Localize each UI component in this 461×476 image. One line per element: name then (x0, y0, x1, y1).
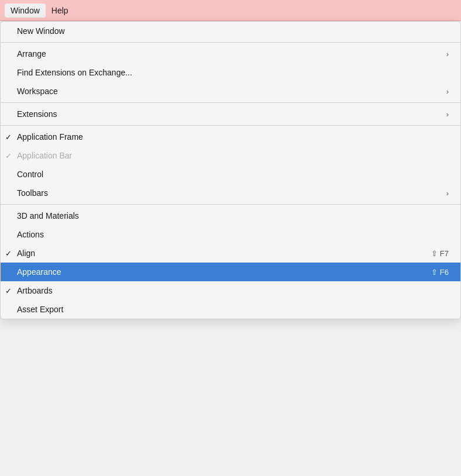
menu-item-label: Appearance (17, 267, 61, 277)
menu-item-control[interactable]: Control (1, 165, 460, 184)
menu-bar-help[interactable]: Help (46, 4, 74, 18)
menu-item-label: Application Frame (17, 132, 83, 142)
menu-item-label: Control (17, 170, 43, 179)
menu-item-label: Artboards (17, 286, 53, 295)
window-dropdown-menu: New WindowArrange›Find Extensions on Exc… (0, 21, 461, 319)
checkmark-icon: ✓ (5, 287, 12, 295)
menu-item-3d-materials[interactable]: 3D and Materials (1, 206, 460, 225)
menu-divider (1, 102, 460, 103)
menu-item-label: Arrange (17, 49, 46, 58)
keyboard-shortcut: ⇧ F7 (431, 249, 449, 258)
menu-item-artboards[interactable]: ✓Artboards (1, 281, 460, 300)
menu-bar-window[interactable]: Window (5, 4, 46, 18)
menu-item-label: Find Extensions on Exchange... (17, 68, 132, 77)
submenu-arrow-icon: › (446, 87, 449, 96)
menu-item-new-window[interactable]: New Window (1, 22, 460, 40)
menu-item-label: Application Bar (17, 151, 72, 160)
menu-divider (1, 204, 460, 205)
menu-item-label: Extensions (17, 109, 57, 119)
keyboard-shortcut: ⇧ F6 (431, 268, 449, 277)
menu-item-extensions[interactable]: Extensions› (1, 105, 460, 123)
menu-divider (1, 125, 460, 126)
menu-item-label: Align (17, 249, 35, 258)
menu-item-label: Asset Export (17, 305, 63, 314)
menu-item-find-extensions[interactable]: Find Extensions on Exchange... (1, 63, 460, 82)
checkmark-icon: ✓ (5, 151, 12, 160)
menu-item-label: Actions (17, 230, 44, 239)
checkmark-icon: ✓ (5, 133, 12, 142)
menu-bar: Window Help (0, 0, 461, 21)
menu-item-toolbars[interactable]: Toolbars› (1, 184, 460, 202)
menu-item-appearance[interactable]: Appearance⇧ F6 (1, 263, 460, 281)
menu-item-workspace[interactable]: Workspace› (1, 82, 460, 101)
menu-item-application-frame[interactable]: ✓Application Frame (1, 127, 460, 146)
menu-item-arrange[interactable]: Arrange› (1, 44, 460, 63)
menu-item-actions[interactable]: Actions (1, 225, 460, 244)
menu-item-application-bar: ✓Application Bar (1, 146, 460, 165)
submenu-arrow-icon: › (446, 50, 449, 58)
submenu-arrow-icon: › (446, 189, 449, 198)
menu-item-asset-export[interactable]: Asset Export (1, 300, 460, 319)
menu-item-label: Workspace (17, 87, 58, 96)
menu-item-label: Toolbars (17, 188, 48, 198)
menu-divider (1, 42, 460, 43)
menu-item-label: 3D and Materials (17, 211, 79, 220)
checkmark-icon: ✓ (5, 249, 12, 258)
menu-item-label: New Window (17, 26, 65, 36)
submenu-arrow-icon: › (446, 110, 449, 119)
menu-item-align[interactable]: ✓Align⇧ F7 (1, 244, 460, 263)
